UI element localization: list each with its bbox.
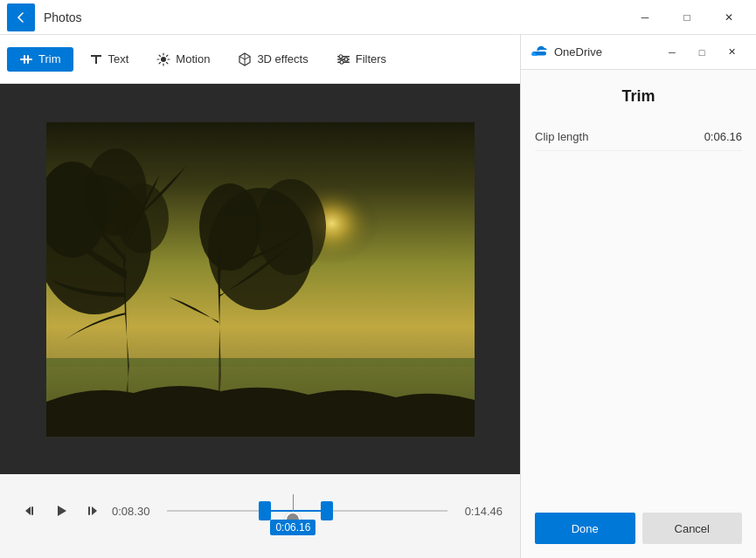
effects3d-tool-label: 3D effects	[257, 52, 308, 65]
trim-tool-button[interactable]: Trim	[7, 47, 73, 72]
clip-info-row: Clip length 0:06.16	[535, 123, 742, 151]
svg-point-9	[340, 60, 343, 64]
motion-tool-button[interactable]: Motion	[144, 47, 222, 72]
right-panel: OneDrive ─ □ ✕ Trim Clip length 0:06.16 …	[520, 35, 756, 558]
time-badge: 0:06.16	[270, 520, 316, 535]
left-panel: Trim Text Motion 3D effec	[0, 35, 520, 558]
track-line	[167, 510, 447, 512]
step-back-button[interactable]	[17, 499, 42, 523]
svg-rect-0	[20, 59, 32, 60]
right-window-controls: ─ □ ✕	[658, 40, 746, 65]
trim-handle-left[interactable]	[259, 501, 271, 520]
clip-length-label: Clip length	[535, 130, 588, 143]
play-button[interactable]	[49, 499, 73, 523]
time-start-label: 0:08.30	[112, 505, 160, 518]
trim-panel-title: Trim	[535, 87, 742, 106]
onedrive-icon	[531, 45, 547, 60]
effects3d-tool-button[interactable]: 3D effects	[225, 47, 320, 72]
main-container: Trim Text Motion 3D effec	[0, 35, 756, 558]
right-maximize-button[interactable]: □	[688, 40, 716, 65]
svg-point-3	[161, 57, 166, 62]
trim-handle-right[interactable]	[321, 501, 333, 520]
svg-marker-24	[58, 506, 66, 516]
svg-marker-25	[92, 506, 97, 515]
svg-point-19	[256, 179, 326, 275]
back-button[interactable]	[7, 3, 35, 31]
video-background	[46, 122, 475, 437]
filters-tool-label: Filters	[356, 52, 386, 65]
clip-length-value: 0:06.16	[704, 130, 742, 143]
video-area	[0, 84, 520, 474]
timeline-track[interactable]: 0:06.16	[167, 485, 447, 537]
svg-rect-1	[24, 55, 25, 64]
title-bar: Photos ─ □ ✕	[0, 0, 756, 35]
toolbar: Trim Text Motion 3D effec	[0, 35, 520, 84]
close-button[interactable]: ✕	[709, 3, 749, 31]
step-forward-button[interactable]	[80, 499, 105, 523]
minimize-button[interactable]: ─	[625, 3, 665, 31]
svg-rect-23	[31, 506, 33, 515]
video-frame	[46, 122, 475, 437]
filters-tool-button[interactable]: Filters	[324, 47, 399, 72]
trim-panel: Trim Clip length 0:06.16	[521, 70, 756, 502]
svg-rect-26	[88, 506, 90, 515]
maximize-button[interactable]: □	[667, 3, 707, 31]
svg-point-18	[199, 183, 260, 271]
time-end-label: 0:14.46	[454, 505, 503, 518]
app-title: Photos	[44, 10, 82, 24]
svg-point-16	[116, 183, 169, 253]
playback-controls: 0:08.30 0:06.16	[17, 485, 503, 537]
cancel-button[interactable]: Cancel	[642, 513, 743, 544]
motion-tool-label: Motion	[176, 52, 210, 65]
timeline-area: 0:08.30 0:06.16	[0, 474, 520, 558]
right-minimize-button[interactable]: ─	[658, 40, 686, 65]
right-title-bar: OneDrive ─ □ ✕	[521, 35, 756, 70]
right-close-button[interactable]: ✕	[718, 40, 746, 65]
text-tool-button[interactable]: Text	[77, 47, 142, 72]
svg-rect-2	[27, 55, 29, 64]
svg-point-8	[344, 58, 348, 61]
window-controls: ─ □ ✕	[625, 3, 749, 31]
scrubber-line	[293, 494, 294, 512]
done-button[interactable]: Done	[535, 513, 635, 544]
right-panel-title: OneDrive	[554, 45, 602, 59]
tree-silhouette	[46, 122, 475, 437]
svg-marker-22	[25, 506, 31, 515]
svg-point-7	[339, 54, 343, 58]
trim-actions: Done Cancel	[521, 502, 756, 558]
text-tool-label: Text	[108, 52, 129, 65]
trim-tool-label: Trim	[38, 52, 61, 65]
